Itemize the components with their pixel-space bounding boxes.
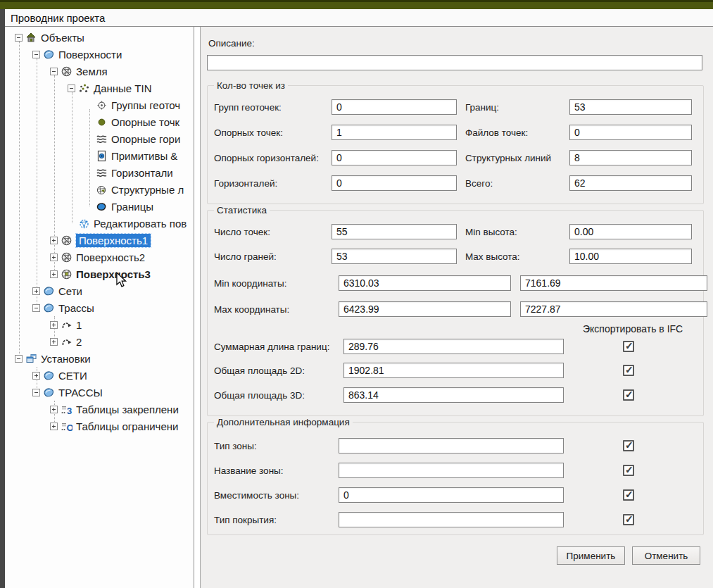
statistics-group-title: Статистика <box>214 205 270 215</box>
area-3d-ifc-checkbox[interactable] <box>623 389 634 401</box>
apply-button[interactable]: Применить <box>557 546 625 565</box>
expand-icon[interactable] <box>50 406 58 413</box>
borders-count-field[interactable] <box>569 99 692 115</box>
description-input[interactable] <box>207 55 702 70</box>
zone-name-field[interactable] <box>339 463 564 478</box>
additional-info-group-title: Дополнительная информация <box>214 417 353 427</box>
description-label: Описание: <box>208 38 255 49</box>
min-coords-label: Min координаты: <box>214 278 287 289</box>
tree-item-surfaces[interactable]: Поверхности <box>5 46 194 63</box>
points-number-field[interactable] <box>332 224 457 239</box>
collapse-icon[interactable] <box>32 304 40 312</box>
min-height-field[interactable] <box>569 224 692 239</box>
ref-contours-count-label: Опорных горизонталей: <box>214 153 319 163</box>
route-icon <box>61 319 72 331</box>
expand-icon[interactable] <box>50 270 58 278</box>
tree-item-route-2[interactable]: 2 <box>5 333 194 350</box>
max-height-field[interactable] <box>569 249 692 264</box>
panel-title-bar: Проводник проекта <box>5 9 713 27</box>
point-files-count-label: Файлов точек: <box>465 127 528 138</box>
expand-icon[interactable] <box>32 287 40 295</box>
total-count-label: Всего: <box>465 178 493 189</box>
points-count-group-title: Кол-во точек из <box>214 80 288 91</box>
tree-item-surface3[interactable]: Поверхность3 <box>5 265 194 282</box>
border-length-ifc-checkbox[interactable] <box>623 341 634 352</box>
tree-item-geo-groups[interactable]: Группы геоточ <box>5 96 194 113</box>
tree-item-routes[interactable]: Трассы <box>5 299 194 316</box>
expand-icon[interactable] <box>50 254 58 261</box>
expand-icon[interactable] <box>50 423 58 430</box>
tree-item-ref-points[interactable]: Опорные точк <box>5 113 194 130</box>
tree-item-edit-surface[interactable]: Редактировать пов <box>5 215 194 232</box>
contours-icon <box>96 167 108 179</box>
tree-item-earth[interactable]: Земля <box>5 63 194 80</box>
expand-icon[interactable] <box>32 372 40 380</box>
project-tree: Объекты Поверхности Земля Данные TIN Гру… <box>5 27 194 588</box>
zone-type-label: Тип зоны: <box>214 441 257 451</box>
contours-count-label: Горизонталей: <box>214 178 277 189</box>
border-length-field[interactable] <box>343 339 564 354</box>
tree-item-networks-upper[interactable]: СЕТИ <box>5 367 194 384</box>
geo-groups-count-field[interactable] <box>332 99 457 115</box>
point-files-count-field[interactable] <box>569 125 692 140</box>
zone-type-field[interactable] <box>339 438 564 453</box>
app-toolbar-strip <box>0 0 713 9</box>
tree-item-ref-contours[interactable]: Опорные гори <box>5 130 194 147</box>
ref-point-icon <box>96 116 108 128</box>
faces-number-label: Число граней: <box>214 251 277 262</box>
tree-item-surface2[interactable]: Поверхность2 <box>5 249 194 265</box>
coating-type-ifc-checkbox[interactable] <box>623 514 634 525</box>
struct-lines-icon <box>96 184 108 196</box>
tree-item-networks[interactable]: Сети <box>5 282 194 299</box>
tin-icon <box>78 82 90 94</box>
struct-lines-count-field[interactable] <box>569 150 692 165</box>
min-coords-y-field[interactable] <box>520 275 707 291</box>
max-coords-x-field[interactable] <box>339 301 511 317</box>
surface-properties-panel: Описание: Кол-во точек из Групп геоточек… <box>200 27 713 588</box>
ref-contours-count-field[interactable] <box>332 150 457 165</box>
area-2d-field[interactable] <box>343 363 564 378</box>
collapse-icon[interactable] <box>15 34 23 42</box>
collapse-icon[interactable] <box>50 68 58 75</box>
zone-capacity-ifc-checkbox[interactable] <box>623 489 634 501</box>
coating-type-label: Тип покрытия: <box>214 515 277 525</box>
tree-item-primitives[interactable]: Примитивы & <box>5 147 194 164</box>
tree-item-contours[interactable]: Горизонтали <box>5 164 194 181</box>
tree-item-limit-tables[interactable]: Таблицы ограничени <box>5 418 194 434</box>
expand-icon[interactable] <box>50 338 58 346</box>
tree-item-boundaries[interactable]: Границы <box>5 198 194 215</box>
collapse-icon[interactable] <box>32 51 40 58</box>
tree-item-surface1[interactable]: Поверхность1 <box>5 232 194 249</box>
tree-item-objects[interactable]: Объекты <box>5 29 194 46</box>
area-3d-field[interactable] <box>343 387 564 403</box>
collapse-icon[interactable] <box>32 389 40 396</box>
max-coords-y-field[interactable] <box>520 301 707 317</box>
zone-name-label: Название зоны: <box>214 465 284 476</box>
ref-points-count-field[interactable] <box>332 125 457 140</box>
total-count-field[interactable] <box>569 175 692 191</box>
tree-item-routes-upper[interactable]: ТРАССЫ <box>5 384 194 401</box>
area-2d-ifc-checkbox[interactable] <box>623 365 634 376</box>
coating-type-field[interactable] <box>339 512 564 527</box>
surface-icon <box>43 387 55 399</box>
collapse-icon[interactable] <box>68 85 75 92</box>
expand-icon[interactable] <box>50 321 58 329</box>
faces-number-field[interactable] <box>332 249 457 264</box>
tree-item-struct-lines[interactable]: Структурные л <box>5 181 194 198</box>
cancel-button[interactable]: Отменить <box>632 546 700 565</box>
zone-name-ifc-checkbox[interactable] <box>623 465 634 476</box>
tree-item-installations[interactable]: Установки <box>5 350 194 367</box>
surface-icon <box>43 302 55 314</box>
tree-item-route-1[interactable]: 1 <box>5 316 194 333</box>
zone-capacity-field[interactable] <box>339 487 564 503</box>
collapse-icon[interactable] <box>15 355 23 363</box>
contours-count-field[interactable] <box>332 175 457 191</box>
surface-icon <box>43 49 55 61</box>
min-coords-x-field[interactable] <box>339 275 511 291</box>
expand-icon[interactable] <box>50 237 58 244</box>
tree-item-tin-data[interactable]: Данные TIN <box>5 80 194 96</box>
zone-type-ifc-checkbox[interactable] <box>623 440 634 451</box>
mouse-cursor <box>114 272 128 287</box>
tree-item-pin-tables[interactable]: Таблицы закреплени <box>5 401 194 418</box>
area-3d-label: Общая площадь 3D: <box>214 390 305 401</box>
